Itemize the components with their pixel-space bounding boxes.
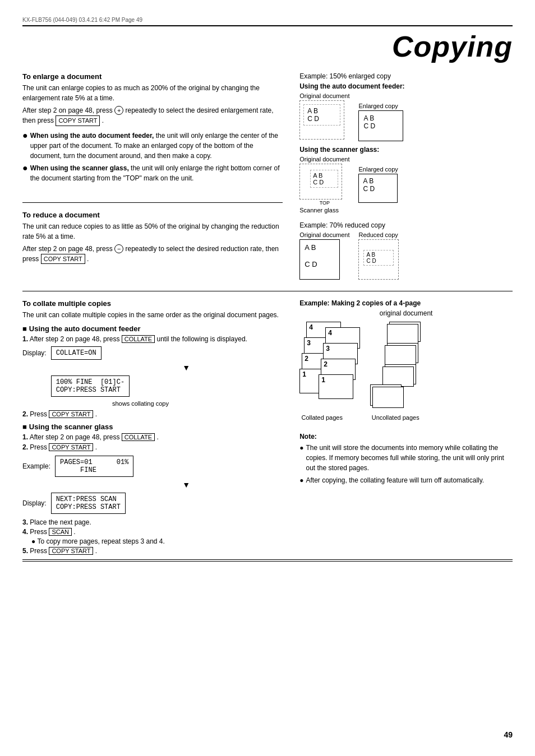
collate-example-label: Example: Making 2 copies of a 4-page [299, 299, 513, 307]
arrow2: ▼ [90, 480, 283, 489]
reduce-body2: After step 2 on page 48, press [22, 245, 113, 253]
using-scanner-label: Using the scanner glass: [299, 146, 513, 154]
collate-diagram-area: Example: Making 2 copies of a 4-page ori… [299, 299, 513, 555]
note-title: Note: [299, 433, 513, 440]
enlarge-bullet2: ● When using the scanner glass, the unit… [22, 163, 283, 183]
uncollated-stack: 4 3 2 [370, 322, 421, 411]
steps-3-5: 3. Place the next page. 4. Press SCAN . … [22, 518, 283, 555]
shows-collating: shows collating copy [112, 400, 283, 407]
enlarge-section: To enlarge a document The unit can enlar… [22, 72, 283, 283]
reduce-diagram-row: Original document A B C D Reduced copy [299, 231, 513, 280]
main-divider [22, 291, 513, 291]
display-row-3: Display: NEXT:PRESS SCAN COPY:PRESS STAR… [22, 493, 283, 514]
bottom-rule [22, 559, 513, 560]
collate-step1: 1. After step 2 on page 48, press COLLAT… [22, 335, 283, 343]
uncollated-group: 4 3 2 [370, 322, 421, 421]
section-divider-enlarge [22, 202, 283, 203]
example-display-label: Example: [22, 462, 50, 470]
lower-section: To collate multiple copies The unit can … [22, 299, 513, 555]
page-title-area: Copying [22, 30, 513, 63]
display-row-1: Display: COLLATE=ON [22, 346, 283, 360]
collated-caption: Collated pages [302, 414, 343, 421]
u-page4-back [387, 324, 418, 344]
note-text1: The unit will store the documents into m… [306, 443, 513, 473]
reduce-title: To reduce a document [22, 211, 283, 219]
sg-orig-col: Original document A B C D TOP Scanner gl… [299, 156, 349, 214]
enlarge-example-label: Example: 150% enlarged copy [299, 72, 513, 80]
step4b: ● To copy more pages, repeat steps 3 and… [31, 537, 283, 545]
enlarge-bullet2-bold: When using the scanner glass, [30, 164, 129, 172]
display-label3: Display: [22, 499, 47, 507]
scanner-glass-label: Scanner glass [299, 207, 349, 214]
reduce-orig-box: A B C D [299, 239, 340, 280]
step5: 5. Press COPY START . [22, 547, 283, 555]
enlarge-title: To enlarge a document [22, 72, 283, 81]
sg-subsection-title: Using the scanner glass [29, 423, 113, 431]
reduce-orig-col: Original document A B C D [299, 231, 349, 280]
note-text2: After copying, the collating feature wil… [306, 475, 484, 485]
minus-key: − [114, 244, 123, 253]
display-box2: 100% FINE [01]C- COPY:PRESS START [51, 375, 130, 397]
sg-orig-box: A B C D [299, 164, 342, 200]
adf-subsection-header: ■ Using the auto document feeder [22, 324, 283, 333]
sg-diagram-row: Original document A B C D TOP Scanner gl… [299, 156, 513, 214]
page-number: 49 [504, 730, 513, 739]
copy-start-key-reduce: COPY START [41, 254, 85, 265]
top-meta: KX-FLB756 (044-049) 03.4.21 6:42 PM Page… [22, 17, 513, 26]
enlarge-bullet1: ● When using the auto document feeder, t… [22, 131, 283, 161]
using-adf-label: Using the auto document feeder: [299, 82, 513, 90]
adf-enl-col: Enlarged copy A B C D [358, 103, 403, 141]
sg-step2: 2. Press COPY START . [22, 443, 283, 451]
adf-diagram-row: Original document A B C D Enlarged copy … [299, 92, 513, 141]
sg-enl-box: A B C D [358, 174, 398, 203]
adf-subsection-title: Using the auto document feeder [29, 324, 141, 333]
collated-group: 4 3 2 1 [299, 322, 344, 421]
collate-example-label2: original document [299, 309, 513, 317]
enlarge-diagrams: Example: 150% enlarged copy Using the au… [299, 72, 513, 283]
reduce-example-label: Example: 70% reduced copy [299, 221, 513, 229]
note-bullet2: ● After copying, the collating feature w… [299, 475, 513, 485]
note-bullet1: ● The unit will store the documents into… [299, 443, 513, 473]
step4: 4. Press SCAN . [22, 528, 283, 536]
sg-enl-col: Enlarged copy A B C D [358, 166, 398, 203]
adf-orig-col: Original document A B C D [299, 92, 349, 140]
reduce-body: The unit can reduce copies to as little … [22, 221, 283, 265]
collate-body: The unit can collate multiple copies in … [22, 310, 283, 320]
u-page3-back [385, 345, 416, 365]
copy-start-key-enlarge: COPY START [56, 115, 100, 126]
sg-subsection-header: ■ Using the scanner glass [22, 423, 283, 431]
top-mark: TOP [299, 200, 349, 206]
scan-key: SCAN [49, 528, 72, 536]
display-label1: Display: [22, 349, 47, 357]
reduce-copy-box: A B C D [358, 239, 399, 280]
u-page1-back [372, 387, 404, 408]
collate-section: To collate multiple copies The unit can … [22, 299, 283, 555]
adf-enl-box: A B C D [358, 110, 403, 141]
example-display-row: Example: PAGES=01 01% FINE [22, 456, 283, 477]
page-title: Copying [392, 30, 513, 63]
collated-stack: 4 3 2 1 [299, 322, 344, 411]
top-rule [22, 26, 513, 26]
collate-step2: 2. Press COPY START . [22, 410, 283, 418]
example-display-box: PAGES=01 01% FINE [55, 456, 133, 477]
adf-orig-box: A B C D [299, 100, 344, 140]
sg-copy-start-key: COPY START [49, 443, 93, 451]
collate-title: To collate multiple copies [22, 299, 283, 308]
enlarge-bullet1-bold: When using the auto document feeder, [30, 132, 154, 140]
enlarge-body1: The unit can enlarge copies to as much a… [22, 83, 283, 126]
header-text: KX-FLB756 (044-049) 03.4.21 6:42 PM Page… [22, 17, 142, 23]
stack-wrapper: 4 3 2 1 [299, 322, 513, 421]
reduce-copy-col: Reduced copy A B C D [358, 231, 399, 280]
display-box3: NEXT:PRESS SCAN COPY:PRESS START [51, 493, 126, 514]
page: KX-FLB756 (044-049) 03.4.21 6:42 PM Page… [0, 0, 535, 756]
enlarge-body2: After step 2 on page 48, press [22, 106, 113, 114]
copy-start-key5: COPY START [49, 547, 93, 555]
bottom-rule2 [22, 561, 513, 562]
sg-collate-key: COLLATE [122, 433, 155, 441]
uncollated-caption: Uncollated pages [372, 414, 419, 421]
sg-step1: 1. After step 2 on page 48, press COLLAT… [22, 433, 283, 441]
step3: 3. Place the next page. [22, 518, 283, 526]
collate-key: COLLATE [122, 335, 155, 343]
page1-2nd: 1 [319, 374, 353, 399]
u-page2-back [382, 367, 414, 387]
